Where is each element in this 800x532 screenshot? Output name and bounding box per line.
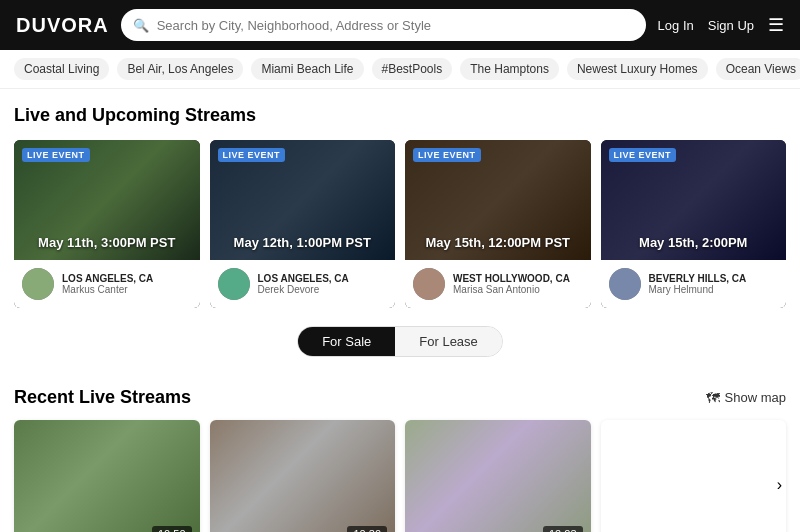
stream-location: LOS ANGELES, CA (62, 273, 153, 284)
stream-meta: BEVERLY HILLS, CA Mary Helmund (649, 273, 747, 295)
property-image (14, 420, 200, 532)
for-lease-button[interactable]: For Lease (395, 327, 502, 356)
stream-date: May 11th, 3:00PM PST (14, 235, 200, 250)
hamburger-icon[interactable]: ☰ (768, 14, 784, 36)
property-thumbnail: 10:50 (14, 420, 200, 532)
stream-thumbnail: LIVE EVENT May 15th, 12:00PM PST (405, 140, 591, 260)
search-icon: 🔍 (133, 18, 149, 33)
timer-badge: 12:23 (543, 526, 583, 532)
tag[interactable]: Bel Air, Los Angeles (117, 58, 243, 80)
stream-date: May 15th, 2:00PM (601, 235, 787, 250)
for-sale-button[interactable]: For Sale (298, 327, 395, 356)
stream-location: BEVERLY HILLS, CA (649, 273, 747, 284)
live-badge: LIVE EVENT (609, 148, 677, 162)
stream-location: WEST HOLLYWOOD, CA (453, 273, 570, 284)
avatar (609, 268, 641, 300)
live-badge: LIVE EVENT (22, 148, 90, 162)
property-thumbnail: 10:30 (210, 420, 396, 532)
stream-card[interactable]: LIVE EVENT May 12th, 1:00PM PST LOS ANGE… (210, 140, 396, 308)
stream-date: May 15th, 12:00PM PST (405, 235, 591, 250)
stream-agent: Marisa San Antonio (453, 284, 570, 295)
show-map-button[interactable]: 🗺 Show map (706, 390, 786, 406)
tag[interactable]: The Hamptons (460, 58, 559, 80)
signup-link[interactable]: Sign Up (708, 18, 754, 33)
property-card[interactable]: 12:23 ACTIVE $7,650,000 6 Bds | 7 Ba | 6… (405, 420, 591, 532)
stream-card[interactable]: LIVE EVENT May 15th, 2:00PM BEVERLY HILL… (601, 140, 787, 308)
stream-agent: Markus Canter (62, 284, 153, 295)
toggle-row: For Sale For Lease (0, 308, 800, 371)
stream-location: LOS ANGELES, CA (258, 273, 349, 284)
avatar (218, 268, 250, 300)
property-image (601, 420, 787, 532)
stream-info: WEST HOLLYWOOD, CA Marisa San Antonio (405, 260, 591, 308)
next-arrow[interactable]: › (773, 468, 786, 502)
header: DUVORA 🔍 Log In Sign Up ☰ (0, 0, 800, 50)
stream-thumbnail: LIVE EVENT May 15th, 2:00PM (601, 140, 787, 260)
streams-section: Live and Upcoming Streams LIVE EVENT May… (0, 89, 800, 308)
recent-title: Recent Live Streams (14, 387, 191, 408)
recent-header: Recent Live Streams 🗺 Show map (14, 387, 786, 408)
stream-info: LOS ANGELES, CA Markus Canter (14, 260, 200, 308)
property-thumbnail: 12:23 (405, 420, 591, 532)
live-badge: LIVE EVENT (218, 148, 286, 162)
tag[interactable]: Ocean Views (716, 58, 800, 80)
timer-badge: 10:50 (152, 526, 192, 532)
tag[interactable]: Coastal Living (14, 58, 109, 80)
avatar (413, 268, 445, 300)
property-image (405, 420, 591, 532)
stream-card[interactable]: LIVE EVENT May 11th, 3:00PM PST LOS ANGE… (14, 140, 200, 308)
tag[interactable]: #BestPools (372, 58, 453, 80)
streams-title: Live and Upcoming Streams (14, 105, 786, 126)
stream-meta: LOS ANGELES, CA Derek Devore (258, 273, 349, 295)
stream-meta: LOS ANGELES, CA Markus Canter (62, 273, 153, 295)
stream-meta: WEST HOLLYWOOD, CA Marisa San Antonio (453, 273, 570, 295)
stream-info: BEVERLY HILLS, CA Mary Helmund (601, 260, 787, 308)
streams-grid: LIVE EVENT May 11th, 3:00PM PST LOS ANGE… (14, 140, 786, 308)
stream-info: LOS ANGELES, CA Derek Devore (210, 260, 396, 308)
avatar (22, 268, 54, 300)
search-bar[interactable]: 🔍 (121, 9, 646, 41)
map-icon: 🗺 (706, 390, 720, 406)
recent-streams-section: Recent Live Streams 🗺 Show map 10:50 ACT… (0, 371, 800, 532)
property-card[interactable]: 10:50 ACTIVE $1,795,000 4 Bds | 2 Ba | 2… (14, 420, 200, 532)
header-nav: Log In Sign Up ☰ (658, 14, 784, 36)
property-card[interactable]: › ACTIVE $38,000,000 6 Bds | 8 Ba | 13,0… (601, 420, 787, 532)
property-thumbnail: › (601, 420, 787, 532)
toggle-group: For Sale For Lease (297, 326, 503, 357)
tags-bar: Coastal LivingBel Air, Los AngelesMiami … (0, 50, 800, 89)
login-link[interactable]: Log In (658, 18, 694, 33)
stream-card[interactable]: LIVE EVENT May 15th, 12:00PM PST WEST HO… (405, 140, 591, 308)
property-image (210, 420, 396, 532)
tag[interactable]: Miami Beach Life (251, 58, 363, 80)
search-input[interactable] (157, 18, 634, 33)
stream-thumbnail: LIVE EVENT May 12th, 1:00PM PST (210, 140, 396, 260)
stream-agent: Derek Devore (258, 284, 349, 295)
live-badge: LIVE EVENT (413, 148, 481, 162)
stream-date: May 12th, 1:00PM PST (210, 235, 396, 250)
logo: DUVORA (16, 14, 109, 37)
property-card[interactable]: 10:30 ACTIVE $1,449,000 3 Bds | 2 Ba | 1… (210, 420, 396, 532)
property-grid: 10:50 ACTIVE $1,795,000 4 Bds | 2 Ba | 2… (14, 420, 786, 532)
timer-badge: 10:30 (347, 526, 387, 532)
stream-thumbnail: LIVE EVENT May 11th, 3:00PM PST (14, 140, 200, 260)
tag[interactable]: Newest Luxury Homes (567, 58, 708, 80)
stream-agent: Mary Helmund (649, 284, 747, 295)
show-map-label: Show map (725, 390, 786, 405)
